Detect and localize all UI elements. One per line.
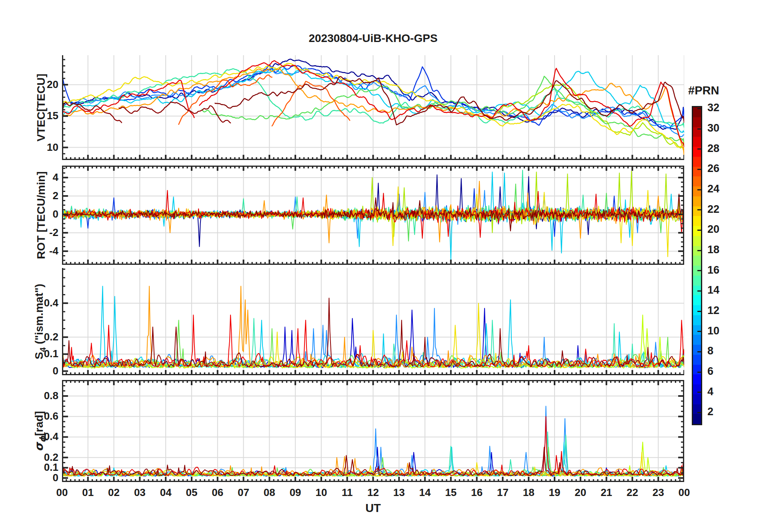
y-tick-label-rot: -4 xyxy=(22,245,58,257)
x-axis-label: UT xyxy=(62,502,684,515)
x-tick-label: 17 xyxy=(489,486,517,499)
colorbar-tick-label: 10 xyxy=(707,325,719,337)
y-tick-label-vtec: 10 xyxy=(22,141,58,154)
colorbar-tick-label: 32 xyxy=(707,102,719,114)
colorbar-tick xyxy=(697,311,701,312)
colorbar-tick xyxy=(697,372,701,373)
x-tick-label: 05 xyxy=(178,486,206,499)
colorbar-tick-label: 28 xyxy=(707,142,719,155)
colorbar-tick xyxy=(697,351,701,352)
chart-title: 20230804-UiB-KHO-GPS xyxy=(62,32,684,45)
colorbar-tick-label: 6 xyxy=(707,365,713,378)
sigma-symbol: σ xyxy=(32,443,46,452)
x-tick-label: 23 xyxy=(644,486,672,499)
colorbar-segment-prn-15 xyxy=(693,276,701,286)
x-tick-label: 00 xyxy=(670,486,698,499)
colorbar-tick-label: 2 xyxy=(707,406,713,418)
y-tick-label-sigma: 0.4 xyxy=(22,430,58,443)
colorbar-tick xyxy=(697,230,701,231)
colorbar-segment-prn-22 xyxy=(693,206,701,216)
y-tick-label-sigma: 0.8 xyxy=(22,390,58,402)
series-prn-31 xyxy=(119,102,231,123)
colorbar-segment-prn-23 xyxy=(693,196,701,206)
colorbar-tick-label: 18 xyxy=(707,244,719,256)
colorbar-tick-label: 8 xyxy=(707,345,713,357)
gps-scintillation-figure: 20230804-UiB-KHO-GPS VTEC[TECU] ROT [TEC… xyxy=(0,0,761,532)
colorbar-segment-prn-17 xyxy=(693,256,701,266)
x-tick-label: 02 xyxy=(100,486,128,499)
colorbar-segment-prn-10 xyxy=(693,325,701,335)
x-tick-label: 03 xyxy=(126,486,154,499)
colorbar-segment-prn-8 xyxy=(693,345,701,355)
x-tick-label: 21 xyxy=(593,486,621,499)
x-tick-label: 15 xyxy=(437,486,465,499)
colorbar-segment-prn-19 xyxy=(693,236,701,246)
colorbar-tick-label: 12 xyxy=(707,304,719,317)
x-tick-label: 10 xyxy=(307,486,335,499)
colorbar-segment-prn-12 xyxy=(693,305,701,315)
x-tick-label: 09 xyxy=(281,486,309,499)
x-tick-label: 12 xyxy=(359,486,387,499)
colorbar-tick xyxy=(697,290,701,292)
colorbar-tick-label: 30 xyxy=(707,122,719,134)
y-tick-label-rot: 0 xyxy=(22,208,58,220)
colorbar-tick xyxy=(697,148,701,150)
colorbar-tick xyxy=(697,250,701,251)
colorbar-segment-prn-29 xyxy=(693,137,701,147)
colorbar-segment-prn-3 xyxy=(693,394,701,404)
x-tick-label: 04 xyxy=(152,486,180,499)
colorbar-segment-prn-21 xyxy=(693,216,701,226)
colorbar-segment-prn-6 xyxy=(693,365,701,375)
series-prn-32 xyxy=(215,76,684,125)
colorbar-tick xyxy=(697,128,701,130)
colorbar-tick xyxy=(697,169,701,170)
colorbar-segment-prn-25 xyxy=(693,176,701,186)
colorbar-segment-prn-1 xyxy=(693,414,701,424)
x-tick-label: 18 xyxy=(515,486,543,499)
x-tick-label: 19 xyxy=(541,486,569,499)
x-tick-label: 14 xyxy=(411,486,439,499)
colorbar-tick-label: 16 xyxy=(707,264,719,276)
x-tick-label: 06 xyxy=(204,486,232,499)
colorbar-tick xyxy=(697,209,701,210)
y-tick-label-rot: 4 xyxy=(22,171,58,184)
colorbar-tick-label: 4 xyxy=(707,386,713,398)
colorbar-tick-label: 24 xyxy=(707,183,719,195)
panel-rot xyxy=(62,166,684,265)
panel-vtec xyxy=(62,55,684,160)
colorbar-tick xyxy=(697,331,701,332)
y-tick-label-s4: 0 xyxy=(22,365,58,377)
x-tick-label: 07 xyxy=(230,486,258,499)
y-tick-label-s4: 0.4 xyxy=(22,297,58,309)
y-tick-label-vtec: 20 xyxy=(22,78,58,91)
colorbar-segment-prn-26 xyxy=(693,167,701,177)
colorbar-segment-prn-27 xyxy=(693,157,701,167)
colorbar-segment-prn-7 xyxy=(693,355,701,365)
colorbar-tick-label: 22 xyxy=(707,203,719,216)
colorbar-tick-label: 26 xyxy=(707,162,719,175)
colorbar-tick xyxy=(697,412,701,413)
panel-sigma xyxy=(62,380,684,482)
colorbar-segment-prn-9 xyxy=(693,335,701,345)
colorbar-segment-prn-24 xyxy=(693,186,701,196)
x-tick-label: 01 xyxy=(74,486,102,499)
y-tick-label-s4: 0.1 xyxy=(22,348,58,360)
colorbar-tick-label: 14 xyxy=(707,284,719,296)
x-tick-label: 00 xyxy=(48,486,76,499)
colorbar-tick xyxy=(697,108,701,109)
x-tick-label: 20 xyxy=(567,486,595,499)
colorbar xyxy=(692,106,702,425)
y-tick-label-rot: -2 xyxy=(22,226,58,239)
x-tick-label: 22 xyxy=(618,486,646,499)
x-tick-label: 16 xyxy=(463,486,491,499)
y-tick-label-vtec: 15 xyxy=(22,110,58,122)
y-tick-label-rot: 2 xyxy=(22,190,58,202)
colorbar-segment-prn-13 xyxy=(693,295,701,305)
colorbar-segment-prn-5 xyxy=(693,374,701,384)
panel-s4 xyxy=(62,268,684,375)
x-tick-label: 11 xyxy=(333,486,361,499)
y-tick-label-sigma: 0.2 xyxy=(22,451,58,464)
colorbar-title: #PRN xyxy=(688,84,719,97)
y-tick-label-sigma: 0.6 xyxy=(22,410,58,422)
colorbar-tick xyxy=(697,392,701,393)
